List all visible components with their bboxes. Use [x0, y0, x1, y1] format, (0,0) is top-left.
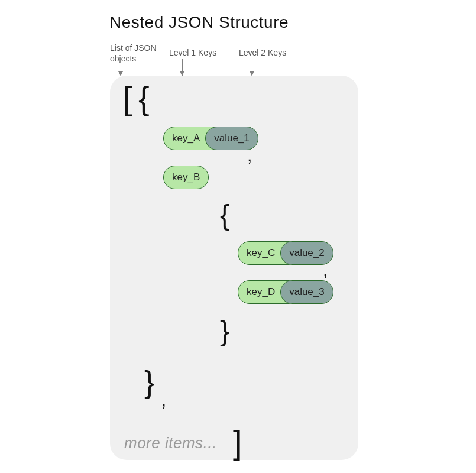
close-brace-inner: }: [220, 317, 229, 345]
key-b: key_B: [163, 166, 209, 189]
pair-c: key_C value_2: [238, 241, 333, 265]
comma-2: ,: [323, 261, 328, 279]
pair-a: key_A value_1: [163, 127, 258, 150]
arrow-level1: [182, 59, 183, 76]
close-bracket: ]: [233, 426, 242, 459]
annotation-level1-keys: Level 1 Keys: [169, 48, 216, 59]
comma-1: ,: [247, 147, 252, 164]
value-3: value_3: [280, 280, 333, 304]
pair-d: key_D value_3: [238, 280, 333, 304]
arrow-level2: [252, 59, 252, 76]
more-items-text: more items...: [124, 434, 217, 452]
pair-b: key_B: [163, 166, 209, 189]
diagram-stage: { "title": "Nested JSON Structure", "ann…: [0, 0, 476, 473]
close-brace-outer: }: [144, 367, 154, 397]
comma-after-brace: ,: [161, 389, 166, 409]
annotation-list-of-json: List of JSON objects: [110, 43, 157, 64]
diagram-title: Nested JSON Structure: [109, 13, 289, 32]
open-bracket: [: [123, 82, 132, 115]
open-brace-outer: {: [138, 82, 150, 115]
open-brace-inner: {: [220, 201, 229, 229]
arrow-list: [121, 65, 121, 76]
annotation-level2-keys: Level 2 Keys: [239, 48, 286, 59]
